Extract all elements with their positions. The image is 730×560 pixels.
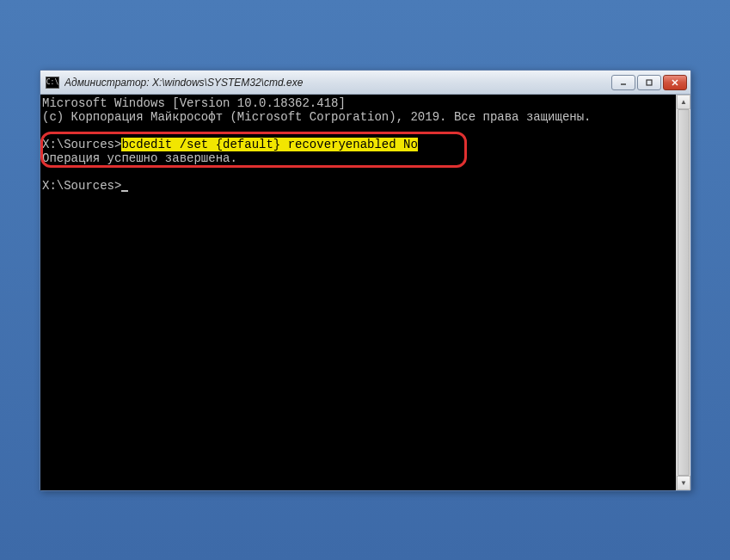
- prompt: X:\Sources>: [42, 138, 121, 151]
- close-button[interactable]: [663, 75, 687, 90]
- window-title: Администратор: X:\windows\SYSTEM32\cmd.e…: [64, 77, 611, 89]
- cmd-icon: C:\: [46, 77, 59, 89]
- maximize-button[interactable]: [637, 75, 661, 90]
- prompt: X:\Sources>: [42, 179, 121, 193]
- svg-rect-1: [647, 80, 652, 85]
- scroll-thumb[interactable]: [678, 109, 690, 476]
- console-output[interactable]: Microsoft Windows [Version 10.0.18362.41…: [40, 95, 676, 490]
- console-client-area: Microsoft Windows [Version 10.0.18362.41…: [40, 95, 690, 490]
- scroll-up-arrow-icon[interactable]: ▲: [677, 95, 690, 109]
- minimize-button[interactable]: [611, 75, 635, 90]
- cmd-window: C:\ Администратор: X:\windows\SYSTEM32\c…: [40, 70, 691, 491]
- cursor: [121, 190, 128, 192]
- scroll-track[interactable]: [677, 109, 690, 476]
- scroll-down-arrow-icon[interactable]: ▼: [677, 476, 690, 490]
- window-controls: [611, 75, 687, 90]
- console-line: Microsoft Windows [Version 10.0.18362.41…: [42, 96, 346, 110]
- vertical-scrollbar[interactable]: ▲ ▼: [676, 95, 690, 490]
- titlebar[interactable]: C:\ Администратор: X:\windows\SYSTEM32\c…: [40, 71, 690, 95]
- highlighted-command: bcdedit /set {default} recoveryenabled N…: [121, 138, 417, 151]
- console-line: Операция успешно завершена.: [42, 151, 237, 165]
- console-line: (c) Корпорация Майкрософт (Microsoft Cor…: [42, 110, 592, 124]
